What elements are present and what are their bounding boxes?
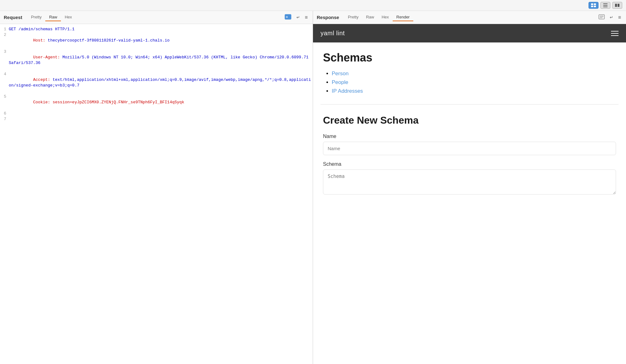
svg-rect-3	[594, 6, 596, 7]
request-body-icon[interactable]: ≡	[283, 13, 293, 21]
code-line-1: 1 GET /admin/schemas HTTP/1.1	[0, 27, 313, 32]
toolbar-btn-1[interactable]	[589, 2, 599, 9]
response-panel: Response Pretty Raw Hex Render ↵ ≡	[313, 11, 626, 364]
line-content-6	[9, 111, 313, 116]
list-item-ip-addresses: IP Addresses	[332, 88, 616, 94]
schema-link-people[interactable]: People	[332, 79, 348, 85]
line-content-3: User-Agent: Mozilla/5.0 (Windows NT 10.0…	[9, 49, 313, 71]
request-panel-header: Request Pretty Raw Hex ≡ ↵ ≡	[0, 11, 313, 24]
request-wrap-icon[interactable]: ↵	[295, 14, 301, 20]
response-tabs: Pretty Raw Hex Render	[344, 13, 414, 21]
svg-rect-8	[618, 4, 619, 7]
line-num-2: 2	[0, 32, 9, 49]
line-num-3: 3	[0, 49, 9, 71]
svg-rect-5	[603, 5, 608, 6]
line-content-1: GET /admin/schemas HTTP/1.1	[9, 27, 313, 32]
svg-rect-4	[603, 3, 608, 4]
svg-rect-2	[591, 6, 593, 7]
section-divider	[320, 104, 619, 105]
code-line-4: 4 Accept: text/html,application/xhtml+xm…	[0, 71, 313, 94]
hamburger-line-2	[611, 33, 619, 34]
svg-rect-7	[615, 4, 617, 7]
response-wrap-icon[interactable]: ↵	[609, 14, 614, 20]
render-area: yaml lint Schemas Person People	[313, 24, 626, 364]
line-content-4: Accept: text/html,application/xhtml+xml,…	[9, 71, 313, 94]
svg-rect-0	[591, 3, 593, 5]
line-num-5: 5	[0, 94, 9, 111]
line-num-6: 6	[0, 111, 9, 116]
line-content-5: Cookie: session=eyJpZCI6MX0.ZYENjQ.FNHr_…	[9, 94, 313, 111]
response-menu-icon[interactable]: ≡	[617, 14, 622, 21]
tab-pretty-response[interactable]: Pretty	[344, 13, 362, 21]
schema-link-person[interactable]: Person	[332, 71, 349, 76]
toolbar-btn-2[interactable]	[600, 2, 610, 9]
tab-pretty-request[interactable]: Pretty	[27, 13, 45, 21]
code-line-5: 5 Cookie: session=eyJpZCI6MX0.ZYENjQ.FNH…	[0, 94, 313, 111]
schemas-heading: Schemas	[323, 51, 616, 64]
request-title: Request	[4, 15, 22, 20]
tab-hex-request[interactable]: Hex	[61, 13, 76, 21]
tab-render-response[interactable]: Render	[393, 13, 414, 21]
name-input[interactable]	[323, 142, 616, 155]
code-line-7: 7	[0, 116, 313, 122]
hamburger-menu-icon[interactable]	[611, 31, 619, 36]
code-line-2: 2 Host: thecybercoopctf-3f808118261f-val…	[0, 32, 313, 49]
list-item-people: People	[332, 79, 616, 86]
response-body-icon[interactable]	[597, 14, 606, 21]
request-tab-actions: ≡ ↵ ≡	[283, 13, 309, 21]
request-menu-icon[interactable]: ≡	[304, 14, 309, 21]
schema-textarea[interactable]	[323, 170, 616, 194]
name-label: Name	[323, 134, 616, 139]
line-num-7: 7	[0, 116, 9, 122]
svg-rect-6	[603, 7, 608, 7]
request-panel: Request Pretty Raw Hex ≡ ↵ ≡ 1	[0, 11, 313, 364]
code-line-3: 3 User-Agent: Mozilla/5.0 (Windows NT 10…	[0, 49, 313, 71]
response-panel-header: Response Pretty Raw Hex Render ↵ ≡	[313, 11, 626, 24]
yaml-lint-header: yaml lint	[313, 24, 626, 42]
code-line-6: 6	[0, 111, 313, 116]
svg-text:≡: ≡	[286, 15, 288, 19]
main-layout: Request Pretty Raw Hex ≡ ↵ ≡ 1	[0, 11, 626, 364]
list-item-person: Person	[332, 71, 616, 77]
create-schema-section: Create New Schema Name Schema	[313, 107, 626, 209]
line-content-2: Host: thecybercoopctf-3f808118261f-valid…	[9, 32, 313, 49]
hamburger-line-3	[611, 35, 619, 36]
hamburger-line-1	[611, 31, 619, 32]
tab-hex-response[interactable]: Hex	[378, 13, 393, 21]
request-tabs: Pretty Raw Hex	[27, 13, 76, 21]
tab-raw-response[interactable]: Raw	[362, 13, 378, 21]
schemas-section: Schemas Person People IP Addresses	[313, 42, 626, 102]
line-num-1: 1	[0, 27, 9, 32]
create-schema-heading: Create New Schema	[323, 115, 616, 126]
request-code-area: 1 GET /admin/schemas HTTP/1.1 2 Host: th…	[0, 24, 313, 364]
svg-rect-1	[594, 3, 596, 5]
schema-link-ip-addresses[interactable]: IP Addresses	[332, 88, 363, 94]
schema-label: Schema	[323, 161, 616, 167]
schema-list: Person People IP Addresses	[323, 71, 616, 94]
yaml-lint-title: yaml lint	[320, 30, 345, 37]
response-tab-actions: ↵ ≡	[597, 14, 622, 21]
schema-form-group: Schema	[323, 161, 616, 196]
line-content-7	[9, 116, 313, 122]
line-num-4: 4	[0, 71, 9, 94]
tab-raw-request[interactable]: Raw	[45, 13, 61, 21]
toolbar-btn-3[interactable]	[612, 2, 622, 9]
response-title: Response	[317, 15, 339, 20]
top-toolbar	[0, 0, 626, 11]
name-form-group: Name	[323, 134, 616, 155]
